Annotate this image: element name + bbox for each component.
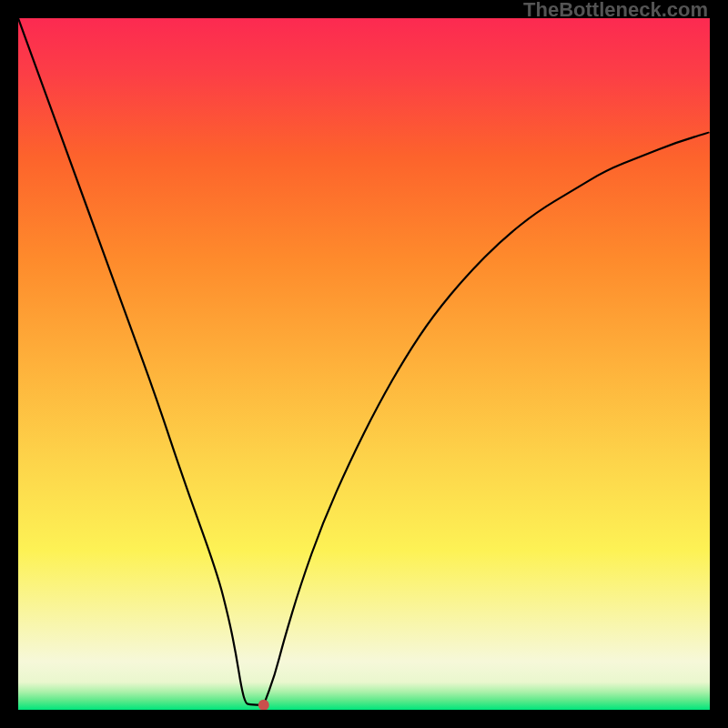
chart-container: TheBottleneck.com — [0, 0, 728, 728]
minimum-marker-dot — [258, 700, 269, 710]
plot-area — [18, 18, 710, 710]
curve-layer — [18, 18, 710, 710]
bottleneck-curve — [18, 18, 710, 705]
watermark-text: TheBottleneck.com — [523, 0, 708, 20]
